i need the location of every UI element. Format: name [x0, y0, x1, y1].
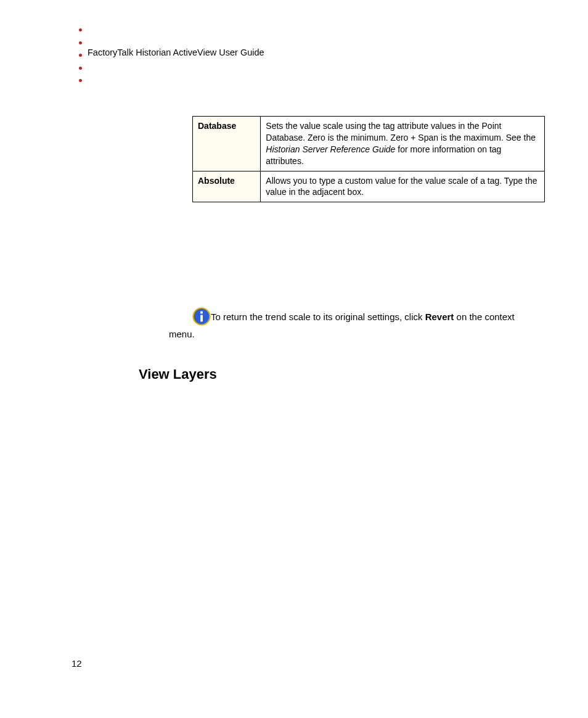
content-area: Database Sets the value scale using the … [169, 116, 531, 202]
desc-text: Sets the value scale using the tag attri… [266, 121, 536, 142]
bullet-icon [79, 67, 82, 70]
bullet-icon [79, 79, 82, 82]
running-header: FactoryTalk Historian ActiveView User Gu… [88, 47, 264, 57]
section-heading: View Layers [139, 366, 217, 382]
desc-italic: Historian Server Reference Guide [266, 144, 395, 154]
info-text: To return the trend scale to its origina… [169, 312, 515, 339]
header-bullets [79, 28, 82, 82]
bullet-icon [79, 54, 82, 57]
page: FactoryTalk Historian ActiveView User Gu… [0, 0, 588, 718]
desc-text: Allows you to type a custom value for th… [266, 176, 537, 197]
table-cell-desc: Allows you to type a custom value for th… [261, 171, 545, 202]
info-pre: To return the trend scale to its origina… [211, 312, 425, 322]
table-cell-desc: Sets the value scale using the tag attri… [261, 117, 545, 171]
table-row: Absolute Allows you to type a custom val… [193, 171, 545, 202]
page-number: 12 [71, 658, 82, 669]
table-row: Database Sets the value scale using the … [193, 117, 545, 171]
info-bold: Revert [425, 312, 454, 322]
bullet-icon [79, 41, 82, 44]
svg-rect-3 [200, 315, 203, 322]
info-icon [192, 307, 211, 328]
svg-rect-2 [200, 312, 203, 314]
info-note: To return the trend scale to its origina… [169, 307, 530, 340]
table-cell-label: Absolute [193, 171, 261, 202]
bullet-icon [79, 28, 82, 31]
value-scale-table: Database Sets the value scale using the … [192, 116, 545, 202]
table-cell-label: Database [193, 117, 261, 171]
